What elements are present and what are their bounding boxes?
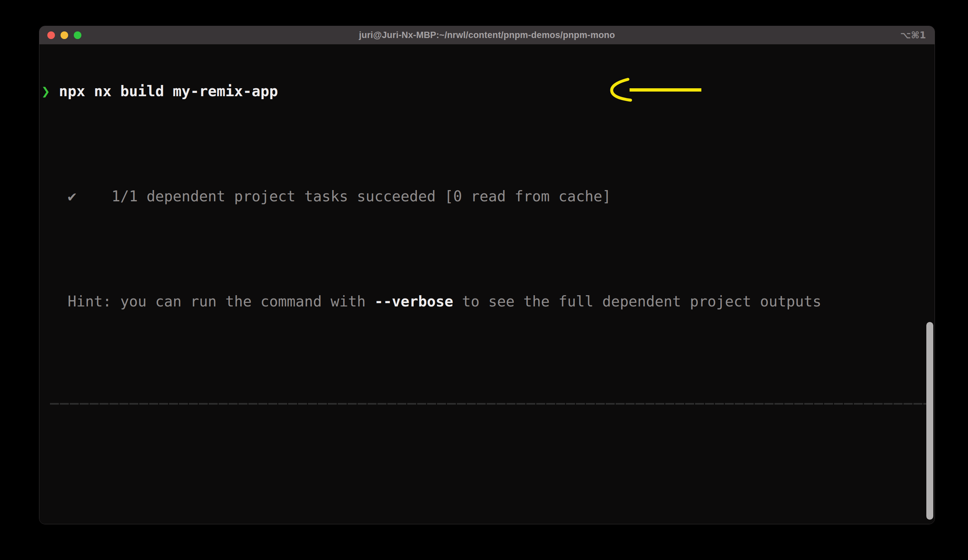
window-titlebar[interactable]: juri@Juri-Nx-MBP:~/nrwl/content/pnpm-dem… [39, 26, 935, 45]
close-button[interactable] [47, 31, 55, 39]
dep-tasks-status-line: ✔ 1/1 dependent project tasks succeeded … [41, 187, 935, 205]
separator-gray [41, 398, 935, 415]
scrollbar-thumb[interactable] [926, 322, 933, 520]
command-line: ❯ npx nx build my-remix-app [41, 82, 935, 100]
window-title: juri@Juri-Nx-MBP:~/nrwl/content/pnpm-dem… [359, 30, 615, 40]
prompt-chevron-icon: ❯ [41, 83, 59, 99]
dep-tasks-status-text: ✔ 1/1 dependent project tasks succeeded … [41, 188, 611, 205]
traffic-lights [47, 26, 81, 44]
minimize-button[interactable] [61, 31, 68, 39]
verbose-flag: --verbose [375, 293, 453, 310]
hint-line: Hint: you can run the command with --ver… [41, 292, 935, 310]
keyboard-shortcut-hint: ⌥⌘1 [900, 26, 926, 44]
typed-command: npx nx build my-remix-app [59, 83, 278, 99]
terminal-window: juri@Juri-Nx-MBP:~/nrwl/content/pnpm-dem… [39, 26, 935, 524]
zoom-button[interactable] [74, 31, 81, 39]
terminal-output-area[interactable]: ❯ npx nx build my-remix-app ✔ 1/1 depend… [39, 44, 935, 524]
desktop-background: juri@Juri-Nx-MBP:~/nrwl/content/pnpm-dem… [0, 0, 968, 560]
